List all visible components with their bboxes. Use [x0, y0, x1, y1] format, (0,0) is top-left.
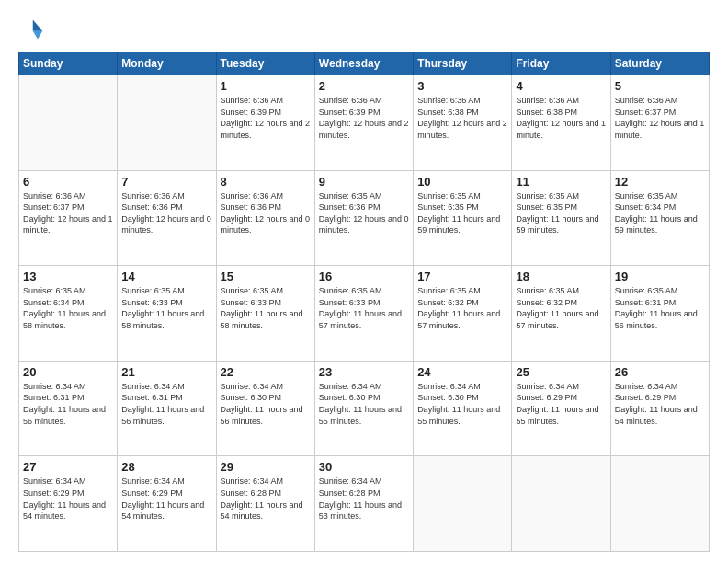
calendar-cell: 23Sunrise: 6:34 AMSunset: 6:30 PMDayligh… — [314, 361, 413, 456]
day-number: 19 — [615, 270, 705, 283]
weekday-header-thursday: Thursday — [414, 52, 512, 75]
weekday-header-tuesday: Tuesday — [216, 52, 314, 75]
day-number: 11 — [516, 175, 606, 189]
day-number: 29 — [221, 460, 311, 474]
calendar-cell: 1Sunrise: 6:36 AMSunset: 6:39 PMDaylight… — [216, 75, 314, 171]
calendar-cell: 7Sunrise: 6:36 AMSunset: 6:36 PMDaylight… — [118, 170, 216, 266]
calendar-cell: 10Sunrise: 6:35 AMSunset: 6:35 PMDayligh… — [414, 170, 512, 266]
calendar-cell — [512, 456, 610, 552]
day-number: 13 — [23, 270, 113, 283]
calendar-cell: 16Sunrise: 6:35 AMSunset: 6:33 PMDayligh… — [314, 266, 413, 362]
day-info: Sunrise: 6:36 AMSunset: 6:37 PMDaylight:… — [615, 95, 705, 141]
day-number: 14 — [121, 270, 211, 283]
day-info: Sunrise: 6:34 AMSunset: 6:28 PMDaylight:… — [319, 476, 409, 522]
page: SundayMondayTuesdayWednesdayThursdayFrid… — [0, 0, 728, 563]
day-number: 27 — [23, 460, 113, 474]
day-number: 6 — [23, 175, 113, 189]
calendar-cell: 27Sunrise: 6:34 AMSunset: 6:29 PMDayligh… — [19, 456, 118, 552]
day-info: Sunrise: 6:35 AMSunset: 6:33 PMDaylight:… — [121, 285, 211, 331]
day-number: 2 — [319, 79, 409, 93]
header — [18, 17, 710, 42]
day-info: Sunrise: 6:35 AMSunset: 6:32 PMDaylight:… — [516, 285, 606, 331]
day-info: Sunrise: 6:34 AMSunset: 6:30 PMDaylight:… — [221, 381, 311, 427]
day-number: 7 — [121, 175, 211, 189]
calendar-cell: 13Sunrise: 6:35 AMSunset: 6:34 PMDayligh… — [19, 266, 118, 362]
calendar-cell — [19, 75, 118, 171]
day-info: Sunrise: 6:35 AMSunset: 6:36 PMDaylight:… — [319, 190, 409, 236]
week-row-3: 20Sunrise: 6:34 AMSunset: 6:31 PMDayligh… — [19, 361, 710, 456]
calendar-cell: 11Sunrise: 6:35 AMSunset: 6:35 PMDayligh… — [512, 170, 610, 266]
day-info: Sunrise: 6:34 AMSunset: 6:28 PMDaylight:… — [221, 476, 311, 522]
weekday-header-sunday: Sunday — [19, 52, 118, 75]
day-info: Sunrise: 6:34 AMSunset: 6:29 PMDaylight:… — [615, 381, 705, 427]
day-number: 23 — [319, 365, 409, 379]
day-number: 25 — [516, 365, 606, 379]
day-info: Sunrise: 6:36 AMSunset: 6:38 PMDaylight:… — [516, 95, 606, 141]
weekday-header-monday: Monday — [118, 52, 216, 75]
svg-marker-1 — [33, 31, 43, 40]
calendar-cell: 15Sunrise: 6:35 AMSunset: 6:33 PMDayligh… — [216, 266, 314, 362]
day-info: Sunrise: 6:35 AMSunset: 6:31 PMDaylight:… — [615, 285, 705, 331]
weekday-header-saturday: Saturday — [610, 52, 709, 75]
day-info: Sunrise: 6:34 AMSunset: 6:30 PMDaylight:… — [417, 381, 507, 427]
calendar-cell: 28Sunrise: 6:34 AMSunset: 6:29 PMDayligh… — [118, 456, 216, 552]
calendar-cell: 2Sunrise: 6:36 AMSunset: 6:39 PMDaylight… — [314, 75, 413, 171]
calendar-cell: 14Sunrise: 6:35 AMSunset: 6:33 PMDayligh… — [118, 266, 216, 362]
calendar-cell — [118, 75, 216, 171]
day-info: Sunrise: 6:36 AMSunset: 6:38 PMDaylight:… — [417, 95, 507, 141]
day-info: Sunrise: 6:34 AMSunset: 6:29 PMDaylight:… — [121, 476, 211, 522]
logo-icon — [18, 17, 44, 42]
day-info: Sunrise: 6:35 AMSunset: 6:33 PMDaylight:… — [221, 285, 311, 331]
day-number: 24 — [417, 365, 507, 379]
day-info: Sunrise: 6:34 AMSunset: 6:29 PMDaylight:… — [516, 381, 606, 427]
day-info: Sunrise: 6:36 AMSunset: 6:39 PMDaylight:… — [319, 95, 409, 141]
calendar-cell: 9Sunrise: 6:35 AMSunset: 6:36 PMDaylight… — [314, 170, 413, 266]
day-number: 20 — [23, 365, 113, 379]
calendar-cell: 29Sunrise: 6:34 AMSunset: 6:28 PMDayligh… — [216, 456, 314, 552]
day-info: Sunrise: 6:34 AMSunset: 6:31 PMDaylight:… — [23, 381, 113, 427]
calendar-cell: 12Sunrise: 6:35 AMSunset: 6:34 PMDayligh… — [610, 170, 709, 266]
calendar-cell: 22Sunrise: 6:34 AMSunset: 6:30 PMDayligh… — [216, 361, 314, 456]
day-number: 18 — [516, 270, 606, 283]
day-info: Sunrise: 6:35 AMSunset: 6:35 PMDaylight:… — [516, 190, 606, 236]
day-number: 17 — [417, 270, 507, 283]
day-info: Sunrise: 6:34 AMSunset: 6:30 PMDaylight:… — [319, 381, 409, 427]
day-number: 4 — [516, 79, 606, 93]
day-number: 28 — [121, 460, 211, 474]
day-number: 21 — [121, 365, 211, 379]
calendar-cell: 30Sunrise: 6:34 AMSunset: 6:28 PMDayligh… — [314, 456, 413, 552]
day-number: 5 — [615, 79, 705, 93]
week-row-1: 6Sunrise: 6:36 AMSunset: 6:37 PMDaylight… — [19, 170, 710, 266]
week-row-2: 13Sunrise: 6:35 AMSunset: 6:34 PMDayligh… — [19, 266, 710, 362]
day-info: Sunrise: 6:35 AMSunset: 6:34 PMDaylight:… — [23, 285, 113, 331]
day-number: 30 — [319, 460, 409, 474]
calendar-cell: 24Sunrise: 6:34 AMSunset: 6:30 PMDayligh… — [414, 361, 512, 456]
calendar-cell: 25Sunrise: 6:34 AMSunset: 6:29 PMDayligh… — [512, 361, 610, 456]
weekday-header-row: SundayMondayTuesdayWednesdayThursdayFrid… — [19, 52, 710, 75]
calendar-cell: 19Sunrise: 6:35 AMSunset: 6:31 PMDayligh… — [610, 266, 709, 362]
calendar-cell: 6Sunrise: 6:36 AMSunset: 6:37 PMDaylight… — [19, 170, 118, 266]
calendar-cell: 20Sunrise: 6:34 AMSunset: 6:31 PMDayligh… — [19, 361, 118, 456]
day-number: 8 — [221, 175, 311, 189]
calendar-table: SundayMondayTuesdayWednesdayThursdayFrid… — [18, 52, 710, 552]
day-number: 22 — [221, 365, 311, 379]
day-number: 12 — [615, 175, 705, 189]
calendar-cell: 17Sunrise: 6:35 AMSunset: 6:32 PMDayligh… — [414, 266, 512, 362]
day-number: 1 — [221, 79, 311, 93]
day-number: 9 — [319, 175, 409, 189]
week-row-4: 27Sunrise: 6:34 AMSunset: 6:29 PMDayligh… — [19, 456, 710, 552]
calendar-cell: 5Sunrise: 6:36 AMSunset: 6:37 PMDaylight… — [610, 75, 709, 171]
calendar-cell: 3Sunrise: 6:36 AMSunset: 6:38 PMDaylight… — [414, 75, 512, 171]
day-info: Sunrise: 6:36 AMSunset: 6:39 PMDaylight:… — [221, 95, 311, 141]
day-info: Sunrise: 6:36 AMSunset: 6:36 PMDaylight:… — [121, 190, 211, 236]
day-info: Sunrise: 6:36 AMSunset: 6:36 PMDaylight:… — [221, 190, 311, 236]
day-info: Sunrise: 6:34 AMSunset: 6:31 PMDaylight:… — [121, 381, 211, 427]
calendar-cell — [610, 456, 709, 552]
day-number: 26 — [615, 365, 705, 379]
day-number: 15 — [221, 270, 311, 283]
day-info: Sunrise: 6:35 AMSunset: 6:35 PMDaylight:… — [417, 190, 507, 236]
day-number: 16 — [319, 270, 409, 283]
calendar-cell: 26Sunrise: 6:34 AMSunset: 6:29 PMDayligh… — [610, 361, 709, 456]
calendar-cell: 8Sunrise: 6:36 AMSunset: 6:36 PMDaylight… — [216, 170, 314, 266]
weekday-header-friday: Friday — [512, 52, 610, 75]
